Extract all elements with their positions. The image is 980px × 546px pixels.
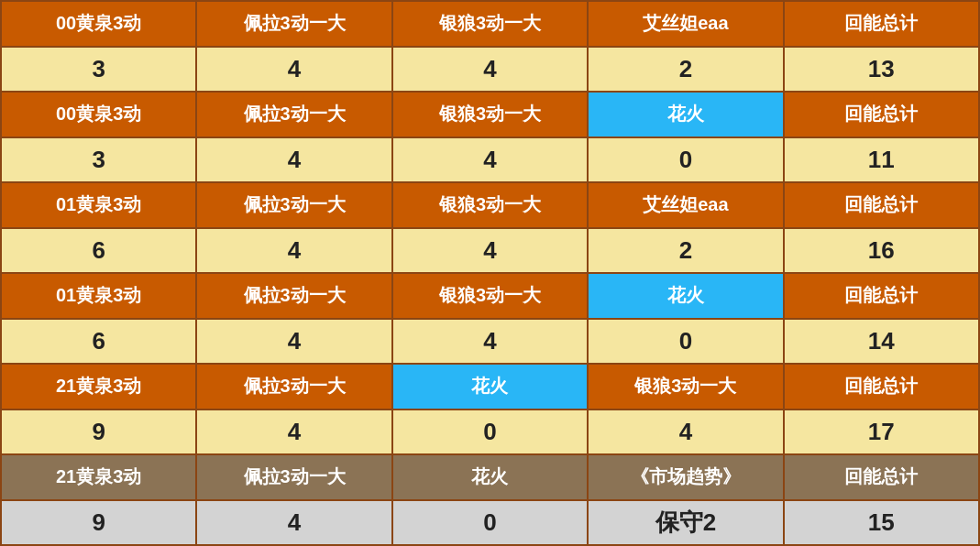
- table-cell: 00黄泉3动: [1, 1, 196, 47]
- table-cell: 回能总计: [784, 454, 979, 500]
- table-cell: 0: [588, 137, 783, 183]
- table-row: 644014: [1, 319, 979, 365]
- table-cell: 4: [196, 47, 391, 93]
- table-cell: 4: [196, 228, 391, 274]
- table-cell: 佩拉3动一大: [196, 364, 391, 410]
- table-cell: 佩拉3动一大: [196, 182, 391, 228]
- table-cell: 银狼3动一大: [392, 273, 588, 319]
- table-cell: 4: [392, 319, 588, 365]
- table-cell: 17: [784, 410, 979, 455]
- table-cell: 0: [588, 319, 783, 365]
- table-cell: 3: [1, 137, 196, 183]
- table-cell: 11: [784, 137, 979, 183]
- table-cell: 14: [784, 319, 979, 365]
- table-cell: 13: [784, 47, 979, 93]
- table-row: 940417: [1, 410, 979, 455]
- table-row: 644216: [1, 228, 979, 274]
- table-cell: 4: [196, 410, 391, 455]
- table-cell: 花火: [588, 92, 783, 137]
- table-cell: 回能总计: [784, 1, 979, 47]
- table-cell: 16: [784, 228, 979, 274]
- table-cell: 银狼3动一大: [392, 1, 588, 47]
- table-cell: 01黄泉3动: [1, 182, 196, 228]
- table-cell: 回能总计: [784, 182, 979, 228]
- table-cell: 4: [588, 410, 783, 455]
- table-row: 344011: [1, 137, 979, 183]
- table-cell: 花火: [588, 273, 783, 319]
- table-cell: 4: [392, 137, 588, 183]
- table-cell: 0: [392, 500, 588, 546]
- table-row: 01黄泉3动佩拉3动一大银狼3动一大花火回能总计: [1, 273, 979, 319]
- data-table: 00黄泉3动佩拉3动一大银狼3动一大艾丝妲eaa回能总计34421300黄泉3动…: [0, 0, 980, 546]
- table-cell: 银狼3动一大: [392, 182, 588, 228]
- table-cell: 4: [196, 137, 391, 183]
- table-cell: 佩拉3动一大: [196, 92, 391, 137]
- table-cell: 回能总计: [784, 273, 979, 319]
- table-cell: 佩拉3动一大: [196, 454, 391, 500]
- table-cell: 21黄泉3动: [1, 454, 196, 500]
- table-cell: 4: [196, 500, 391, 546]
- table-cell: 21黄泉3动: [1, 364, 196, 410]
- table-row: 344213: [1, 47, 979, 93]
- table-cell: 2: [588, 47, 783, 93]
- table-row: 00黄泉3动佩拉3动一大银狼3动一大艾丝妲eaa回能总计: [1, 1, 979, 47]
- table-cell: 《市场趋势》: [588, 454, 783, 500]
- table-cell: 6: [1, 319, 196, 365]
- table-row: 21黄泉3动佩拉3动一大花火《市场趋势》回能总计: [1, 454, 979, 500]
- table-cell: 佩拉3动一大: [196, 1, 391, 47]
- table-row: 21黄泉3动佩拉3动一大花火银狼3动一大回能总计: [1, 364, 979, 410]
- table-row: 00黄泉3动佩拉3动一大银狼3动一大花火回能总计: [1, 92, 979, 137]
- table-cell: 4: [196, 319, 391, 365]
- table-cell: 9: [1, 410, 196, 455]
- table-cell: 银狼3动一大: [588, 364, 783, 410]
- table-cell: 回能总计: [784, 364, 979, 410]
- table-cell: 艾丝妲eaa: [588, 1, 783, 47]
- table-cell: 0: [392, 410, 588, 455]
- table-cell: 保守2: [588, 500, 783, 546]
- table-cell: 01黄泉3动: [1, 273, 196, 319]
- table-cell: 佩拉3动一大: [196, 273, 391, 319]
- table-cell: 15: [784, 500, 979, 546]
- main-table-container: 00黄泉3动佩拉3动一大银狼3动一大艾丝妲eaa回能总计34421300黄泉3动…: [0, 0, 980, 546]
- table-cell: 花火: [392, 364, 588, 410]
- table-cell: 00黄泉3动: [1, 92, 196, 137]
- table-cell: 银狼3动一大: [392, 92, 588, 137]
- table-cell: 4: [392, 228, 588, 274]
- table-cell: 6: [1, 228, 196, 274]
- table-cell: 艾丝妲eaa: [588, 182, 783, 228]
- table-row: 940保守215: [1, 500, 979, 546]
- table-cell: 花火: [392, 454, 588, 500]
- table-cell: 2: [588, 228, 783, 274]
- table-cell: 9: [1, 500, 196, 546]
- table-cell: 4: [392, 47, 588, 93]
- table-cell: 3: [1, 47, 196, 93]
- table-row: 01黄泉3动佩拉3动一大银狼3动一大艾丝妲eaa回能总计: [1, 182, 979, 228]
- table-cell: 回能总计: [784, 92, 979, 137]
